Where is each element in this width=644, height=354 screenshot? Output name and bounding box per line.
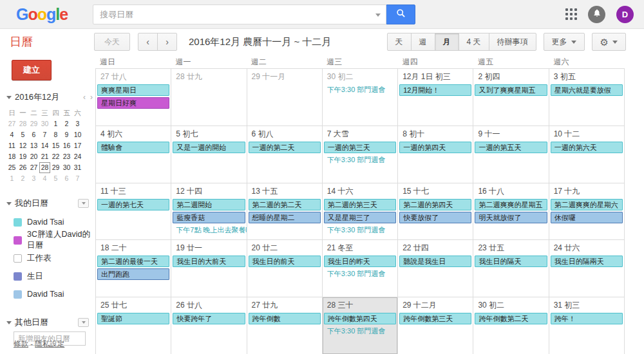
search-options-caret-icon[interactable] — [375, 14, 381, 17]
day-cell[interactable]: 9 十一一週的第五天 — [473, 126, 549, 183]
mini-calendar-day[interactable]: 3 — [72, 118, 83, 129]
event-chip[interactable]: 跨年倒數 — [249, 313, 321, 324]
day-cell[interactable]: 27 廿九跨年倒數 — [247, 297, 323, 354]
mini-calendar-day[interactable]: 26 — [17, 162, 28, 173]
day-cell[interactable]: 28 三十跨年倒數第四天下午3:30 部門週會 — [323, 297, 398, 354]
mini-calendar-day[interactable]: 7 — [72, 173, 83, 184]
privacy-link[interactable]: 隱私設定 — [35, 340, 64, 348]
event-chip[interactable]: 第二週爽爽的星期六 — [551, 199, 623, 210]
event-chip[interactable]: 一週的第六天 — [551, 142, 623, 153]
my-calendars-disclosure-icon[interactable] — [6, 202, 12, 205]
my-calendars-menu-button[interactable] — [78, 199, 89, 208]
event-chip[interactable]: 第二週的最後一天 — [97, 256, 169, 267]
event-chip[interactable]: 我生日的隔兩天 — [551, 256, 623, 267]
mini-calendar-day[interactable]: 8 — [50, 129, 61, 140]
other-calendars-menu-button[interactable] — [78, 318, 89, 327]
mini-calendar-day[interactable]: 9 — [61, 129, 72, 140]
view-tab[interactable]: 天 — [387, 33, 412, 51]
notifications-button[interactable] — [588, 6, 605, 23]
calendar-list-item[interactable]: 生日 — [0, 267, 95, 285]
mini-calendar-day[interactable]: 12 — [17, 140, 28, 151]
event-chip[interactable]: 聖誕節 — [97, 313, 169, 324]
event-chip[interactable]: 跨年倒數第四天 — [324, 313, 396, 324]
mini-calendar-day[interactable]: 13 — [28, 140, 39, 151]
day-cell[interactable]: 2 初四又到了爽爽星期五 — [473, 69, 549, 126]
event-chip[interactable]: 快要放假了 — [399, 212, 471, 223]
day-cell[interactable]: 8 初十一週的第四天 — [398, 126, 473, 183]
event-chip[interactable]: 我生日的大前天 — [173, 256, 245, 267]
mini-calendar-day[interactable]: 5 — [50, 173, 61, 184]
event-chip[interactable]: 又是星期三了 — [324, 212, 396, 223]
day-cell[interactable]: 3 初五星期六就是要放假 — [549, 69, 625, 126]
calendar-list-item[interactable]: 3C胖達人David的日曆 — [0, 231, 95, 249]
calendar-list-item[interactable]: David Tsai — [0, 213, 95, 231]
mini-calendar-day[interactable]: 4 — [6, 129, 17, 140]
event-chip[interactable]: 一週的第三天 — [324, 142, 396, 153]
avatar[interactable]: D — [616, 6, 634, 23]
timed-event[interactable]: 下午3:30 部門週會 — [323, 84, 397, 95]
day-cell[interactable]: 11 十三一週的第七天 — [95, 183, 171, 240]
mini-calendar-day[interactable]: 25 — [6, 162, 17, 173]
mini-calendar-day[interactable]: 10 — [72, 129, 83, 140]
event-chip[interactable]: 第二週的第二天 — [249, 199, 321, 210]
day-cell[interactable]: 15 十七第二週的第四天快要放假了 — [398, 183, 473, 240]
mini-calendar-day[interactable]: 16 — [61, 140, 72, 151]
mini-calendar-disclosure-icon[interactable] — [6, 96, 12, 99]
mini-calendar-day[interactable]: 1 — [50, 118, 61, 129]
view-tab[interactable]: 月 — [435, 33, 459, 51]
day-cell[interactable]: 29 十一月 — [247, 69, 323, 126]
event-chip[interactable]: 藍瘦香菇 — [173, 212, 245, 223]
mini-calendar-day[interactable]: 11 — [6, 140, 17, 151]
event-chip[interactable]: 星期六就是要放假 — [551, 84, 623, 96]
calendar-color-swatch[interactable] — [14, 254, 22, 263]
day-cell[interactable]: 30 初二跨年倒數第二天 — [473, 297, 549, 354]
event-chip[interactable]: 一週的第七天 — [97, 199, 169, 210]
calendar-list-item[interactable]: David Tsai — [0, 285, 95, 303]
event-chip[interactable]: 一週的第五天 — [475, 142, 547, 153]
day-cell[interactable]: 18 二十第二週的最後一天出門跑跑 — [95, 240, 171, 297]
day-cell[interactable]: 27 廿八爽爽星期日星期日好爽 — [95, 69, 171, 126]
event-chip[interactable]: 我生日的前天 — [249, 256, 321, 267]
mini-calendar-day[interactable]: 18 — [6, 151, 17, 162]
timed-event[interactable]: 下午3:30 部門週會 — [323, 154, 397, 165]
event-chip[interactable]: 休假囉 — [551, 212, 623, 223]
event-chip[interactable]: 第二週的第四天 — [399, 199, 471, 210]
mini-calendar-day[interactable]: 29 — [50, 162, 61, 173]
day-cell[interactable]: 5 初七又是一週的開始 — [171, 126, 247, 183]
event-chip[interactable]: 第二週爽爽的星期五 — [475, 199, 547, 210]
mini-calendar-day[interactable]: 31 — [72, 162, 83, 173]
mini-calendar-day[interactable]: 22 — [50, 151, 61, 162]
view-tab[interactable]: 週 — [411, 33, 435, 51]
event-chip[interactable]: 12月開始！ — [399, 84, 471, 96]
next-button[interactable]: › — [157, 33, 177, 51]
search-button[interactable] — [386, 5, 415, 24]
calendar-list-item[interactable]: David Tsai — [0, 351, 95, 354]
calendar-color-swatch[interactable] — [14, 236, 22, 245]
timed-event[interactable]: 下午7點 晚上出去聚餐吧！ — [171, 225, 246, 236]
day-cell[interactable]: 30 初二下午3:30 部門週會 — [323, 69, 398, 126]
day-cell[interactable]: 10 十二一週的第六天 — [549, 126, 625, 183]
event-chip[interactable]: 一週的第四天 — [399, 142, 471, 153]
day-cell[interactable]: 31 初三跨年！ — [549, 297, 625, 354]
event-chip[interactable]: 體驗會 — [97, 142, 169, 153]
apps-grid-icon[interactable] — [565, 8, 577, 20]
event-chip[interactable]: 跨年倒數第二天 — [475, 313, 547, 324]
day-cell[interactable]: 20 廿二我生日的前天 — [247, 240, 323, 297]
mini-calendar-day[interactable]: 23 — [61, 151, 72, 162]
event-chip[interactable]: 星期日好爽 — [97, 97, 169, 109]
day-cell[interactable]: 19 廿一我生日的大前天 — [171, 240, 247, 297]
mini-calendar-day[interactable]: 27 — [6, 118, 17, 129]
mini-calendar-day[interactable]: 28 — [39, 162, 50, 173]
mini-calendar-day[interactable]: 1 — [6, 173, 17, 184]
settings-button[interactable]: ⚙ — [592, 33, 626, 51]
mini-calendar-day[interactable]: 24 — [72, 151, 83, 162]
terms-link[interactable]: 條款 — [14, 340, 28, 348]
mini-calendar-day[interactable]: 5 — [17, 129, 28, 140]
event-chip[interactable]: 又到了爽爽星期五 — [475, 84, 547, 96]
day-cell[interactable]: 7 大雪一週的第三天下午3:30 部門週會 — [323, 126, 398, 183]
mini-calendar-day[interactable]: 19 — [17, 151, 28, 162]
mini-calendar-day[interactable]: 29 — [28, 118, 39, 129]
day-cell[interactable]: 25 廿七聖誕節 — [95, 297, 171, 354]
day-cell[interactable]: 16 十八第二週爽爽的星期五明天就放假了 — [473, 183, 549, 240]
event-chip[interactable]: 明天就放假了 — [475, 212, 547, 223]
